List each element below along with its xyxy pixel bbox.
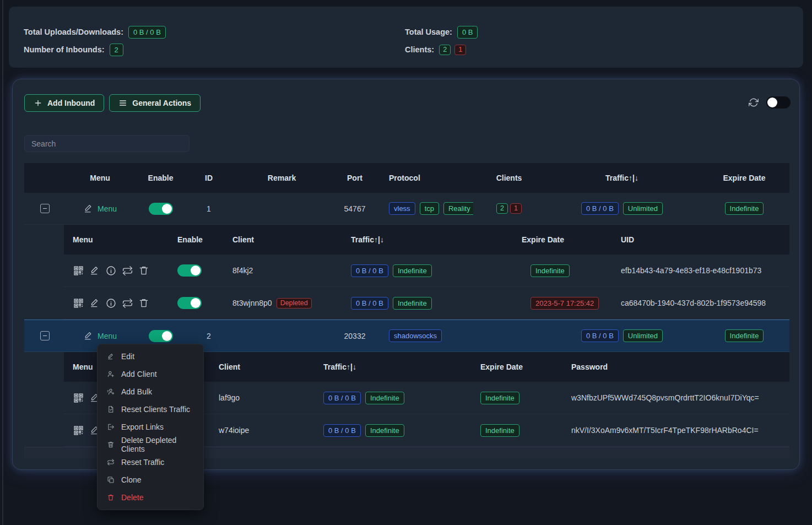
number-of-inbounds-label: Number of Inbounds: <box>24 45 105 54</box>
client-password: w3NfbzUPf5WWd745Q8pvsmQrdrttT2IO6knuI7Di… <box>571 393 759 402</box>
vless-clients-header: Menu Enable Client Traffic↑|↓ Expire Dat… <box>64 225 789 255</box>
delete-client-icon[interactable] <box>138 265 149 276</box>
client-uid: ca68470b-1940-437d-802b-1f9573e94598 <box>621 299 766 307</box>
inbound-id: 1 <box>207 204 211 213</box>
header-uid: UID <box>612 225 789 255</box>
header-expand <box>24 163 66 193</box>
protocol-tag: shadowsocks <box>389 329 442 342</box>
export-icon <box>107 423 115 431</box>
trash-icon <box>107 494 115 501</box>
expire-tag: Indefinite <box>480 392 519 404</box>
header-id: ID <box>187 163 231 193</box>
general-actions-button[interactable]: General Actions <box>109 94 201 112</box>
inbound-port: 54767 <box>344 204 366 213</box>
edit-client-icon[interactable] <box>89 297 100 308</box>
traffic-limit-tag: Unlimited <box>623 329 663 342</box>
header-traffic-sort[interactable]: Traffic↑|↓ <box>342 225 513 255</box>
collapse-row-button[interactable] <box>40 204 50 213</box>
header-expire-date: Expire Date <box>472 352 562 382</box>
client-password: nkV/I/3XoAm9v6xMT/T5IcrF4TpeTKF98rHARbRo… <box>571 426 759 435</box>
inbound-menu-dropdown[interactable]: Menu <box>83 331 117 341</box>
traffic-tag: 0 B / 0 B <box>581 329 619 342</box>
qr-code-icon[interactable] <box>73 265 84 277</box>
header-traffic-sort[interactable]: Traffic↑|↓ <box>315 352 472 382</box>
clients-depleted-tag: 1 <box>510 203 522 214</box>
client-name: 8t3wjnn8p0 <box>232 299 272 307</box>
menu-item-reset-traffic[interactable]: Reset Traffic <box>98 453 203 471</box>
enable-toggle[interactable] <box>149 330 173 342</box>
traffic-tag: 0 B / 0 B <box>323 424 361 437</box>
header-client: Client <box>224 225 342 255</box>
network-tag: tcp <box>420 202 439 215</box>
menu-item-edit[interactable]: Edit <box>98 348 203 365</box>
inbound-row-1: Menu 1 54767 vless tcp Reality 2 1 0 B /… <box>24 193 789 225</box>
clients-depleted-count: 1 <box>454 45 466 55</box>
header-menu: Menu <box>66 163 134 193</box>
client-enable-toggle[interactable] <box>177 264 202 277</box>
menu-item-add-bulk[interactable]: Add Bulk <box>98 383 203 400</box>
dark-mode-toggle[interactable] <box>766 96 791 109</box>
total-uploads-downloads-label: Total Uploads/Downloads: <box>24 28 123 36</box>
stat-clients: Clients: 2 1 <box>405 41 478 58</box>
menu-item-add-client[interactable]: Add Client <box>98 365 203 383</box>
header-port: Port <box>333 163 377 193</box>
add-inbound-label: Add Inbound <box>47 99 95 107</box>
total-uploads-downloads-value: 0 B / 0 B <box>128 26 166 39</box>
toggle-knob <box>191 298 201 308</box>
collapse-row-button[interactable] <box>40 331 50 340</box>
reset-client-traffic-icon[interactable] <box>122 297 133 309</box>
header-remark: Remark <box>231 163 333 193</box>
info-icon[interactable] <box>105 297 117 309</box>
edit-client-icon[interactable] <box>89 265 100 276</box>
expire-tag: Indefinite <box>530 264 570 277</box>
inbound-menu-label: Menu <box>98 332 117 340</box>
traffic-tag: 0 B / 0 B <box>351 264 388 277</box>
general-actions-label: General Actions <box>132 99 191 107</box>
refresh-icon[interactable] <box>749 98 759 107</box>
inbound-context-menu: Edit Add Client Add Bulk Reset Clients T… <box>97 344 204 510</box>
menu-item-reset-clients-traffic[interactable]: Reset Clients Traffic <box>98 400 203 418</box>
stats-panel: Total Uploads/Downloads: 0 B / 0 B Numbe… <box>9 7 803 68</box>
header-enable: Enable <box>169 225 224 255</box>
traffic-tag: 0 B / 0 B <box>351 297 388 310</box>
clients-label: Clients: <box>405 45 434 54</box>
total-usage-value: 0 B <box>457 26 478 39</box>
clients-active-count: 2 <box>439 45 451 55</box>
expire-tag: Indefinite <box>480 424 519 437</box>
qr-code-icon[interactable] <box>73 297 84 309</box>
inbound-menu-dropdown[interactable]: Menu <box>83 203 117 214</box>
client-enable-toggle[interactable] <box>177 297 202 309</box>
window-edge <box>2 0 3 525</box>
delete-client-icon[interactable] <box>138 297 149 308</box>
info-icon[interactable] <box>105 265 117 277</box>
traffic-limit-tag: Indefinite <box>393 297 432 310</box>
enable-toggle[interactable] <box>149 203 173 215</box>
edit-pencil-icon <box>83 203 94 214</box>
inbound-menu-label: Menu <box>98 204 117 213</box>
menu-item-delete[interactable]: Delete <box>98 489 203 506</box>
client-uid: efb14b43-4a79-4e83-ef18-e48cf1901b73 <box>621 266 761 275</box>
toggle-knob <box>162 204 172 214</box>
add-inbound-button[interactable]: Add Inbound <box>24 94 104 112</box>
expire-tag: Indefinite <box>725 202 764 215</box>
clients-active-tag: 2 <box>496 203 508 214</box>
qr-code-icon[interactable] <box>73 425 84 436</box>
search-input[interactable] <box>24 135 190 152</box>
minus-icon <box>43 208 47 209</box>
edit-pencil-icon <box>107 353 115 360</box>
traffic-limit-tag: Indefinite <box>365 424 404 437</box>
total-usage-label: Total Usage: <box>405 28 452 36</box>
header-expire-date: Expire Date <box>699 163 789 193</box>
expire-tag: 2023-5-7 17:25:42 <box>530 297 599 310</box>
clone-icon <box>107 476 115 484</box>
menu-item-clone[interactable]: Clone <box>98 471 203 489</box>
client-row-8t3wjnn8p0: 8t3wjnn8p0 Depleted 0 B / 0 B Indefinite… <box>64 287 789 320</box>
toggle-knob <box>767 98 777 107</box>
menu-item-export-links[interactable]: Export Links <box>98 418 203 436</box>
repeat-icon <box>107 458 115 466</box>
menu-item-delete-depleted-clients[interactable]: Delete Depleted Clients <box>98 436 203 453</box>
reset-client-traffic-icon[interactable] <box>122 265 133 277</box>
header-traffic-sort[interactable]: Traffic↑|↓ <box>545 163 699 193</box>
qr-code-icon[interactable] <box>73 392 84 404</box>
header-client: Client <box>210 352 315 382</box>
